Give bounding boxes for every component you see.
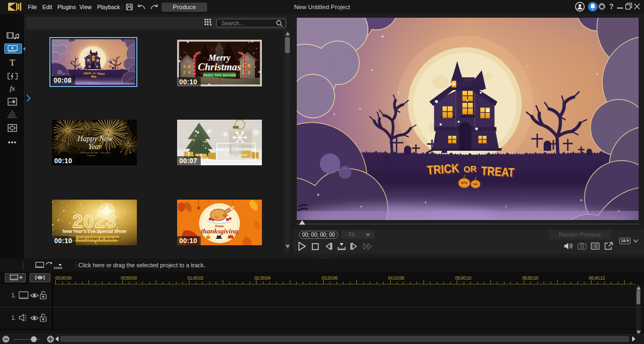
svg-text:Merry Christmas: Merry Christmas <box>216 146 257 152</box>
svg-text:ENJOY THIS SEASON: ENJOY THIS SEASON <box>203 74 236 77</box>
svg-text:Year: Year <box>88 143 102 151</box>
svg-text:thanksgiving: thanksgiving <box>201 228 238 235</box>
svg-text:Snow Scene: Snow Scene <box>225 152 247 157</box>
svg-text:DEC 31ST | START AT 10:00 PM: DEC 31ST | START AT 10:00 PM <box>70 237 119 240</box>
svg-text:Christmas: Christmas <box>198 61 241 72</box>
svg-text:TREAT: TREAT <box>481 164 515 179</box>
svg-text:Happy New: Happy New <box>77 135 113 143</box>
svg-text:2023: 2023 <box>72 211 116 231</box>
svg-text:New Year's Eve Special Show: New Year's Eve Special Show <box>63 229 127 234</box>
svg-text:OR: OR <box>464 164 477 174</box>
svg-text:TRICK: TRICK <box>427 161 460 177</box>
